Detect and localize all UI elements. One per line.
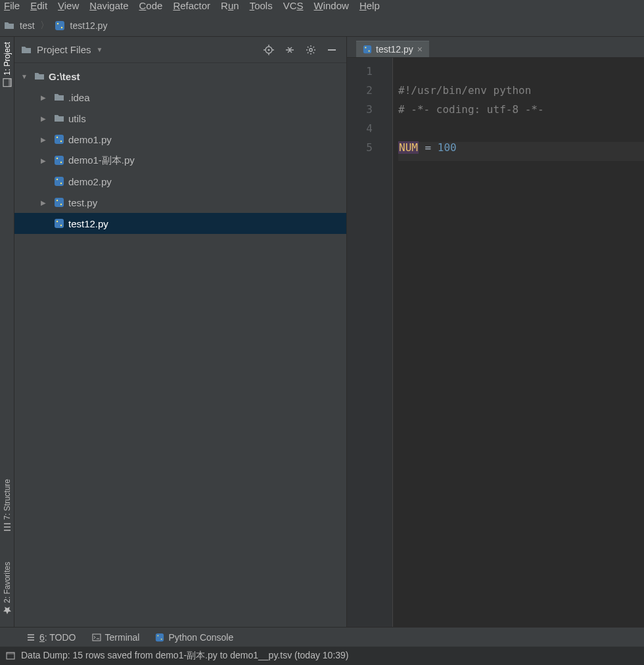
svg-rect-23 [363, 45, 371, 53]
tree-item[interactable]: test12.py [14, 213, 346, 234]
svg-point-9 [57, 137, 58, 138]
code-content[interactable]: #!/usr/bin/env python # -*- coding: utf-… [393, 58, 644, 627]
python-file-icon [55, 20, 65, 31]
menu-vcs[interactable]: VCS [283, 0, 304, 11]
svg-rect-20 [55, 219, 64, 228]
status-message: Data Dump: 15 rows saved from demo1-副本.p… [21, 650, 349, 662]
menu-refactor[interactable]: Refactor [173, 0, 210, 11]
svg-point-12 [57, 158, 58, 159]
star-icon [3, 606, 12, 615]
breadcrumb-folder[interactable]: test [20, 20, 35, 31]
folder-icon [4, 20, 14, 31]
svg-point-29 [161, 638, 162, 639]
menu-help[interactable]: Help [359, 0, 380, 11]
tree-item-label: demo1.py [68, 134, 112, 145]
svg-rect-26 [93, 634, 101, 641]
tool-terminal[interactable]: Terminal [92, 632, 140, 643]
event-log-icon[interactable] [5, 651, 16, 661]
tree-root[interactable]: ▼ G:\test [14, 66, 346, 87]
svg-rect-17 [55, 198, 64, 207]
svg-rect-4 [9, 79, 11, 87]
chevron-right-icon: ▶ [41, 94, 50, 101]
python-icon [155, 633, 164, 642]
svg-rect-0 [55, 21, 64, 30]
menu-navigate[interactable]: Navigate [89, 0, 128, 11]
menu-tools[interactable]: Tools [250, 0, 273, 11]
menu-window[interactable]: Window [314, 0, 349, 11]
svg-point-16 [60, 183, 62, 184]
svg-point-10 [60, 141, 62, 142]
tree-item-label: test12.py [68, 218, 108, 229]
editor-tab[interactable]: test12.py × [356, 41, 429, 57]
menubar: File Edit View Navigate Code Refactor Ru… [0, 0, 644, 14]
minimize-icon[interactable] [324, 42, 340, 58]
locate-icon[interactable] [261, 42, 277, 58]
svg-point-18 [57, 200, 58, 201]
chevron-right-icon: ▶ [41, 136, 50, 143]
chevron-right-icon: ▶ [41, 199, 50, 206]
close-icon[interactable]: × [417, 44, 423, 55]
editor-tabbar: test12.py × [347, 37, 644, 58]
svg-point-24 [365, 47, 366, 48]
menu-edit[interactable]: Edit [30, 0, 47, 11]
breadcrumb-file[interactable]: test12.py [70, 20, 108, 31]
editor: test12.py × 1 2 3 4 5 #!/usr/bin/env pyt… [347, 37, 644, 627]
svg-rect-27 [156, 633, 164, 641]
project-tree[interactable]: ▼ G:\test ▶.idea▶utils▶demo1.py▶demo1-副本… [14, 63, 346, 627]
project-icon [3, 78, 12, 87]
svg-point-19 [60, 204, 62, 205]
folder-icon [34, 71, 45, 81]
tree-item[interactable]: ▶utils [14, 108, 346, 129]
svg-point-1 [57, 22, 58, 24]
project-header: Project Files ▼ [14, 37, 346, 63]
menu-view[interactable]: View [58, 0, 79, 11]
gear-icon[interactable] [303, 42, 319, 58]
structure-icon [3, 522, 12, 532]
python-file-icon [54, 176, 64, 187]
python-file-icon [54, 197, 64, 208]
tree-item-label: utils [68, 113, 86, 124]
chevron-right-icon: ▶ [41, 157, 50, 164]
code-area[interactable]: 1 2 3 4 5 #!/usr/bin/env python # -*- co… [347, 58, 644, 627]
tool-todo[interactable]: 6: TODO [26, 632, 76, 643]
rail-project[interactable]: 1: Project [1, 37, 13, 93]
rail-structure[interactable]: 7: Structure [1, 474, 13, 537]
left-rail: 1: Project 7: Structure 2: Favorites [0, 37, 14, 627]
chevron-down-icon: ▼ [21, 73, 30, 80]
svg-point-25 [369, 51, 370, 52]
svg-point-6 [268, 49, 270, 51]
tree-item[interactable]: ▶test.py [14, 192, 346, 213]
tree-item[interactable]: ▶demo1.py [14, 129, 346, 150]
python-file-icon [54, 155, 64, 166]
python-file-icon [363, 45, 372, 54]
svg-point-13 [60, 162, 62, 163]
tree-item[interactable]: demo2.py [14, 171, 346, 192]
project-selector[interactable]: Project Files ▼ [21, 44, 103, 55]
tree-item[interactable]: ▶.idea [14, 87, 346, 108]
folder-icon [54, 113, 64, 124]
gutter: 1 2 3 4 5 [347, 58, 393, 627]
python-file-icon [54, 218, 64, 229]
list-icon [26, 633, 35, 642]
collapse-all-icon[interactable] [282, 42, 298, 58]
tree-item-label: demo2.py [68, 176, 112, 187]
tree-item-label: .idea [68, 92, 90, 103]
rail-favorites[interactable]: 2: Favorites [1, 557, 13, 620]
svg-rect-31 [7, 653, 14, 654]
menu-code[interactable]: Code [139, 0, 163, 11]
svg-rect-8 [55, 135, 64, 144]
tree-item[interactable]: ▶demo1-副本.py [14, 150, 346, 171]
chevron-right-icon: ▶ [41, 115, 50, 122]
tool-python-console[interactable]: Python Console [155, 632, 233, 643]
svg-point-15 [57, 179, 58, 180]
menu-file[interactable]: File [4, 0, 20, 11]
statusbar: Data Dump: 15 rows saved from demo1-副本.p… [0, 647, 644, 665]
tab-label: test12.py [376, 44, 413, 55]
bottom-toolbar: 6: TODO Terminal Python Console [0, 627, 644, 647]
tree-item-label: test.py [68, 197, 97, 208]
menu-run[interactable]: Run [221, 0, 239, 11]
svg-point-2 [60, 26, 62, 28]
svg-point-22 [60, 225, 62, 226]
breadcrumb: test 〉 test12.py [0, 14, 644, 37]
folder-icon [54, 92, 64, 103]
